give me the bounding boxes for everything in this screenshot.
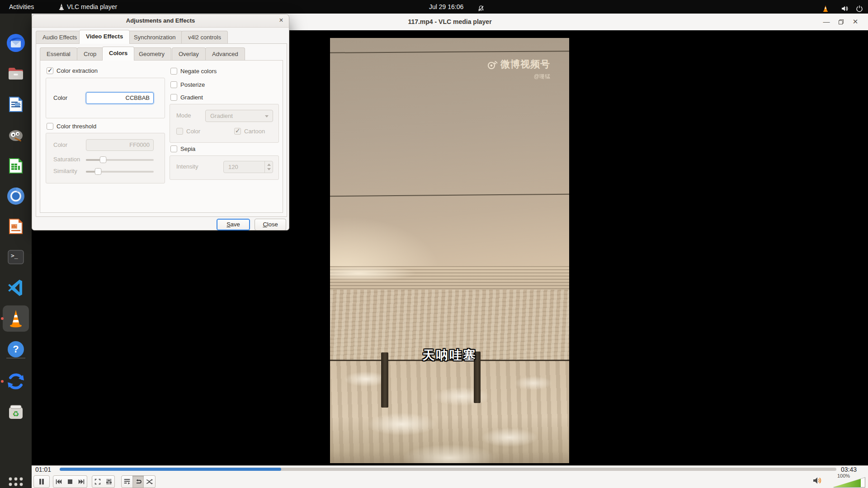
vlc-cone-icon [58, 3, 65, 10]
seek-bar[interactable] [60, 468, 836, 471]
dock-item-gimp[interactable] [5, 124, 27, 145]
pause-button[interactable] [33, 475, 50, 488]
extraction-color-input[interactable]: CCBBAB [86, 92, 154, 104]
gradient-checkbox[interactable] [170, 94, 177, 101]
gradient-color-checkbox [176, 128, 183, 135]
dock-item-chromium[interactable] [5, 185, 27, 207]
color-threshold-label: Color threshold [57, 123, 96, 130]
sepia-group: Intensity 120 [170, 155, 279, 180]
spin-buttons [264, 161, 273, 173]
color-extraction-checkbox[interactable] [47, 67, 53, 74]
dock-item-libreoffice-writer[interactable] [5, 94, 27, 115]
dock-item-libreoffice-calc[interactable] [5, 155, 27, 177]
cartoon-checkbox [234, 128, 241, 135]
sepia-checkbox[interactable] [170, 145, 177, 152]
subtab-essential[interactable]: Essential [40, 47, 77, 60]
posterize-checkbox[interactable] [170, 81, 177, 88]
volume-slider[interactable] [833, 477, 865, 488]
loop-button[interactable] [132, 475, 144, 488]
dock-item-help[interactable]: ? [5, 338, 27, 360]
color-extraction-label: Color extraction [57, 67, 98, 74]
spin-down-icon [267, 168, 271, 170]
subtitle-text: 天呐哇塞 [330, 347, 569, 363]
similarity-slider[interactable] [86, 171, 154, 173]
volume-speaker-icon[interactable] [813, 477, 822, 486]
tab-audio-effects[interactable]: Audio Effects [36, 31, 84, 43]
video-effects-panel: Essential Crop Colors Geometry Overlay A… [36, 43, 287, 217]
sepia-label: Sepia [180, 145, 195, 152]
shuffle-button[interactable] [144, 475, 156, 488]
dock-item-trash[interactable]: ♻ [5, 402, 27, 423]
dock-item-vscode[interactable] [5, 277, 27, 299]
dock-item-vlc[interactable] [5, 308, 27, 329]
saturation-slider[interactable] [86, 159, 154, 161]
gnome-top-bar: Activities VLC media player Jul 29 16:06 [0, 0, 868, 14]
gradient-mode-label: Mode [176, 112, 191, 119]
subtab-crop[interactable]: Crop [77, 47, 103, 60]
tab-synchronization[interactable]: Synchronization [127, 31, 183, 43]
volume-status-icon[interactable] [841, 3, 849, 10]
extraction-color-label: Color [53, 94, 67, 101]
threshold-color-input: FF0000 [86, 139, 154, 151]
next-button[interactable] [75, 475, 87, 488]
watermark: 微博视频号 @珊猛 [487, 58, 550, 80]
dock-item-terminal[interactable]: >_ [5, 246, 27, 268]
watermark-handle: @珊猛 [487, 73, 550, 80]
subtab-geometry[interactable]: Geometry [132, 47, 171, 60]
negate-colors-checkbox[interactable] [170, 68, 177, 75]
dock-item-software-updater[interactable] [5, 371, 27, 392]
negate-colors-label: Negate colors [180, 68, 217, 75]
video-surf-foam [330, 361, 569, 463]
close-button[interactable]: Close [255, 219, 286, 230]
subtab-overlay[interactable]: Overlay [172, 47, 206, 60]
save-button[interactable]: Save [217, 219, 250, 230]
extended-settings-button[interactable] [103, 475, 115, 488]
activities-button[interactable]: Activities [9, 0, 34, 14]
stop-button[interactable] [64, 475, 76, 488]
dock-running-dot-vlc [1, 317, 4, 320]
maximize-button[interactable] [835, 17, 846, 28]
subtab-advanced[interactable]: Advanced [205, 47, 245, 60]
chevron-down-icon [265, 115, 269, 117]
power-icon[interactable] [856, 3, 863, 10]
tab-video-effects[interactable]: Video Effects [79, 30, 130, 44]
dock: >_ ? ♻ [0, 14, 32, 488]
notifications-muted-icon [477, 3, 485, 10]
dock-item-libreoffice-impress[interactable] [5, 216, 27, 237]
weibo-eye-icon [487, 60, 498, 71]
color-threshold-group: Color FF0000 Saturation Similarity [46, 133, 165, 183]
dock-item-thunderbird[interactable] [5, 32, 27, 54]
app-menu[interactable]: VLC media player [58, 0, 117, 14]
gradient-group: Mode Gradient Color Cartoon [170, 104, 279, 143]
intensity-label: Intensity [176, 163, 198, 170]
intensity-spinbox: 120 [223, 161, 273, 173]
video-horizon-clouds [330, 266, 569, 290]
color-extraction-group: Color CCBBAB [46, 78, 165, 118]
color-threshold-checkbox[interactable] [47, 123, 53, 130]
fullscreen-button[interactable] [92, 475, 104, 488]
player-controls: 01:01 03:43 [32, 465, 868, 488]
clock[interactable]: Jul 29 16:06 [429, 0, 463, 14]
cartoon-label: Cartoon [244, 128, 265, 135]
minimize-button[interactable]: — [821, 17, 832, 28]
close-window-button[interactable]: ✕ [850, 17, 861, 28]
threshold-color-label: Color [53, 141, 67, 148]
vlc-tray-icon[interactable] [822, 3, 829, 10]
similarity-slider-thumb[interactable] [95, 168, 102, 175]
colors-panel: Color extraction Color CCBBAB Color thre… [40, 60, 283, 213]
tab-v4l2-controls[interactable]: v4l2 controls [181, 31, 228, 43]
screen: Activities VLC media player Jul 29 16:06 [0, 0, 868, 488]
saturation-slider-thumb[interactable] [99, 156, 106, 163]
adjustments-effects-dialog: Adjustments and Effects × Audio Effects … [32, 14, 289, 230]
elapsed-time: 01:01 [35, 466, 51, 473]
dock-badge-dot-updater [1, 380, 4, 383]
dialog-close-icon[interactable]: × [276, 16, 286, 26]
dialog-titlebar: Adjustments and Effects × [32, 14, 289, 28]
playlist-button[interactable] [121, 475, 133, 488]
subtab-colors[interactable]: Colors [102, 47, 134, 61]
video-frame: 微博视频号 @珊猛 天呐哇塞 [330, 38, 569, 463]
saturation-label: Saturation [53, 156, 80, 163]
previous-button[interactable] [53, 475, 65, 488]
dock-item-app-grid[interactable] [5, 474, 27, 488]
dock-item-files[interactable] [5, 63, 27, 84]
